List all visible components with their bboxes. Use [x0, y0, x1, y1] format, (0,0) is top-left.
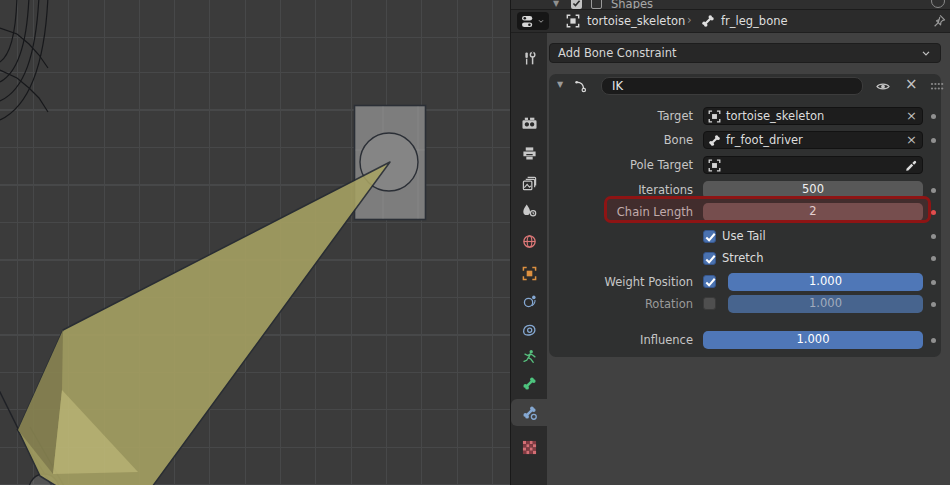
world-icon [522, 234, 537, 249]
sidebar-tab-world[interactable] [511, 228, 547, 255]
chain-length-row: Chain Length 2 [549, 203, 941, 221]
add-bone-constraint-label: Add Bone Constraint [558, 46, 920, 60]
breadcrumb-separator: › [687, 13, 692, 27]
view-layer-icon [522, 176, 537, 191]
influence-label: Influence [549, 333, 693, 347]
chevron-down-icon [537, 17, 545, 25]
sidebar-tab-view-layer[interactable] [511, 170, 547, 197]
object-icon [566, 14, 580, 28]
influence-row: Influence 1.000 [549, 331, 941, 349]
target-field[interactable]: tortoise_skeleton × [703, 107, 923, 125]
extras-circle-icon[interactable] [931, 0, 945, 8]
iterations-label: Iterations [549, 183, 693, 197]
collapse-triangle-icon[interactable]: ▼ [553, 0, 559, 8]
viewport-scene [0, 0, 510, 485]
object-icon [522, 266, 537, 281]
decorator-dot[interactable] [931, 188, 936, 193]
bone-field[interactable]: fr_foot_driver × [703, 131, 923, 149]
shapes-panel-title: Shapes [611, 0, 653, 10]
rotation-row: Rotation 1.000 [549, 295, 941, 313]
target-label: Target [549, 109, 693, 123]
sidebar-tab-tool[interactable] [511, 45, 547, 72]
texture-checker-icon [522, 440, 537, 455]
drag-grip-icon[interactable] [930, 82, 944, 91]
add-bone-constraint-button[interactable]: Add Bone Constraint [549, 43, 941, 63]
bone-constraint-properties: Add Bone Constraint ▼ IK [547, 33, 950, 485]
weight-position-checkbox[interactable] [703, 275, 716, 288]
iterations-field[interactable]: 500 [703, 181, 923, 199]
clear-bone-button[interactable]: × [906, 132, 917, 147]
sidebar-tab-bone[interactable] [511, 370, 547, 397]
pole-target-row: Pole Target [549, 156, 941, 174]
editor-type-button[interactable] [517, 12, 549, 30]
pin-icon[interactable] [932, 14, 946, 28]
eyedropper-icon[interactable] [904, 159, 918, 173]
bone-value: fr_foot_driver [726, 133, 803, 147]
bone-icon [522, 376, 537, 391]
ik-constraint-icon [573, 78, 589, 94]
shapes-panel-strip: ▼ Shapes [511, 0, 950, 10]
target-value: tortoise_skeleton [726, 109, 824, 123]
rotation-label: Rotation [549, 297, 693, 311]
iterations-row: Iterations 500 [549, 181, 941, 199]
breadcrumb-object[interactable]: tortoise_skeleton [587, 14, 685, 28]
object-icon [708, 110, 721, 123]
decorator-dot[interactable] [931, 302, 936, 307]
breadcrumb-bone[interactable]: fr_leg_bone [721, 14, 788, 28]
clear-target-button[interactable]: × [906, 108, 917, 123]
sidebar-tab-bone-constraint[interactable] [511, 399, 547, 426]
shapes-checkbox[interactable] [571, 0, 582, 9]
check-icon [571, 0, 582, 9]
ik-constraint-panel: ▼ IK × [549, 74, 941, 357]
delete-constraint-button[interactable]: × [905, 75, 918, 93]
stretch-label: Stretch [722, 251, 763, 265]
sidebar-tab-render[interactable] [511, 110, 547, 137]
pole-target-field[interactable] [703, 156, 923, 174]
shapes-panel-icon [591, 0, 602, 9]
bone-row: Bone fr_foot_driver × [549, 131, 941, 149]
tool-icon [522, 51, 537, 66]
decorator-dot[interactable] [931, 280, 936, 285]
chevron-down-icon [920, 47, 932, 59]
ik-bone-shape[interactable] [18, 162, 390, 485]
object-constraints-icon [522, 322, 537, 337]
rotation-checkbox[interactable] [703, 297, 716, 310]
3d-viewport[interactable] [0, 0, 510, 485]
decorator-dot-animated[interactable] [931, 210, 936, 215]
properties-editor: ▼ Shapes tortoise_skele [510, 0, 950, 485]
sidebar-tab-texture[interactable] [511, 434, 547, 461]
sidebar-tab-object-data[interactable] [511, 343, 547, 370]
render-camera-icon [522, 116, 537, 131]
stretch-checkbox[interactable] [703, 252, 716, 265]
weight-position-label: Weight Position [549, 275, 693, 289]
bone-icon [708, 134, 721, 147]
decorator-dot[interactable] [931, 234, 936, 239]
chain-length-field[interactable]: 2 [703, 203, 923, 221]
sidebar-tab-output[interactable] [511, 140, 547, 167]
constraint-name-field[interactable]: IK [601, 77, 863, 95]
bone-label: Bone [549, 133, 693, 147]
decorator-dot[interactable] [931, 338, 936, 343]
weight-position-slider[interactable]: 1.000 [728, 273, 923, 291]
object-icon [708, 159, 721, 172]
sidebar-tab-physics[interactable] [511, 288, 547, 315]
sidebar-tab-object[interactable] [511, 260, 547, 287]
check-icon [703, 230, 718, 245]
collapse-triangle-icon[interactable]: ▼ [557, 80, 563, 89]
decorator-dot[interactable] [931, 114, 936, 119]
scene-icon [522, 203, 537, 218]
eye-icon[interactable] [875, 79, 891, 94]
decorator-dot[interactable] [931, 138, 936, 143]
bone-icon [701, 14, 715, 28]
rotation-slider[interactable]: 1.000 [728, 295, 923, 313]
use-tail-checkbox[interactable] [703, 230, 716, 243]
sidebar-tab-scene[interactable] [511, 197, 547, 224]
influence-slider[interactable]: 1.000 [703, 331, 923, 349]
decorator-dot[interactable] [931, 256, 936, 261]
properties-header: tortoise_skeleton › fr_leg_bone [511, 10, 950, 33]
use-tail-row: Use Tail [549, 229, 941, 244]
chain-length-label: Chain Length [549, 205, 693, 219]
check-icon [703, 252, 718, 267]
armature-data-icon [522, 349, 537, 364]
sidebar-tab-object-constraints[interactable] [511, 316, 547, 343]
